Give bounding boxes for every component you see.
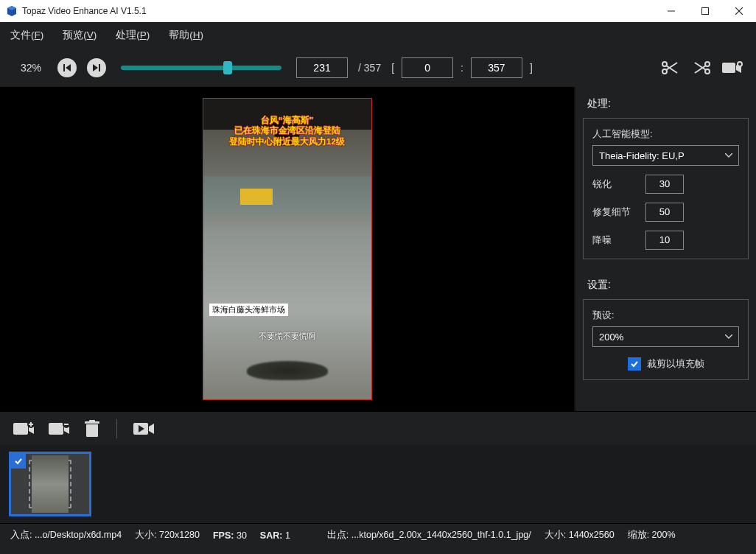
chevron-down-icon: [725, 153, 732, 158]
crop-label: 裁剪以填充帧: [647, 357, 704, 371]
status-fps: FPS: 30: [213, 530, 247, 541]
bracket-open: [: [391, 62, 394, 74]
titlebar: Topaz Video Enhance AI V1.5.1: [0, 0, 756, 22]
status-inpoint: 入点: ...o/Desktop/x6d.mp4: [10, 529, 122, 541]
thumbnail-checkbox[interactable]: [11, 454, 26, 469]
preset-select[interactable]: 200%: [592, 326, 739, 347]
svg-rect-19: [13, 423, 28, 435]
preset-label: 预设:: [592, 309, 739, 322]
thumbnail-strip: [0, 445, 756, 523]
video-subtitle: 不要慌不要慌啊: [203, 331, 371, 342]
app-body: 文件(F) 预览(V) 处理(P) 帮助(H) 32% 231 / 357 [ …: [0, 22, 756, 554]
remove-video-icon[interactable]: [49, 421, 71, 437]
svg-rect-4: [63, 64, 65, 71]
cut-start-icon[interactable]: [660, 59, 681, 77]
out-point-input[interactable]: 357: [471, 57, 522, 78]
ai-model-label: 人工智能模型:: [592, 127, 739, 141]
status-bar: 入点: ...o/Desktop/x6d.mp4 大小: 720x1280 FP…: [0, 523, 756, 547]
svg-rect-24: [49, 423, 63, 435]
sharpen-input[interactable]: 30: [645, 175, 684, 194]
status-outpoint: 出点: ...ktop/x6d_2.00x_1440x2560_thf-1.0.…: [327, 529, 531, 541]
file-action-bar: [0, 411, 756, 445]
preview-area[interactable]: 台风“海高斯” 已在珠海市金湾区沿海登陆 登陆时中心附近最大风力12级 珠海白藤…: [0, 87, 574, 411]
seek-slider[interactable]: [121, 66, 281, 70]
svg-rect-16: [722, 63, 735, 73]
video-frame: 台风“海高斯” 已在珠海市金湾区沿海登陆 登陆时中心附近最大风力12级 珠海白藤…: [203, 98, 372, 400]
middle-area: 台风“海高斯” 已在珠海市金湾区沿海登陆 登陆时中心附近最大风力12级 珠海白藤…: [0, 87, 756, 411]
video-location-label: 珠海白藤头海鲜市场: [209, 304, 288, 316]
menu-preview[interactable]: 预览(V): [63, 29, 97, 42]
menu-file[interactable]: 文件(F): [10, 29, 43, 42]
status-size-in: 大小: 720x1280: [135, 529, 200, 541]
check-icon: [630, 360, 639, 368]
seek-thumb[interactable]: [223, 61, 232, 74]
process-video-icon[interactable]: [133, 421, 155, 436]
thumbnail-image: [32, 455, 69, 513]
svg-marker-32: [149, 424, 154, 434]
range-colon: :: [461, 62, 463, 74]
sharpen-label: 锐化: [592, 178, 637, 191]
menu-help[interactable]: 帮助(H): [169, 29, 203, 42]
app-logo-icon: [6, 5, 18, 17]
frame-separator: / 357: [358, 62, 381, 74]
denoise-input[interactable]: 10: [645, 231, 684, 250]
svg-point-18: [738, 62, 742, 66]
zoom-percent: 32%: [21, 62, 41, 74]
window-title: Topaz Video Enhance AI V1.5.1: [22, 6, 147, 16]
window-maximize-button[interactable]: [688, 0, 722, 22]
current-frame-input[interactable]: 231: [296, 57, 348, 78]
crop-checkbox[interactable]: [628, 357, 641, 371]
menu-process[interactable]: 处理(P): [116, 29, 150, 42]
status-size-out: 大小: 1440x2560: [545, 529, 615, 541]
menubar: 文件(F) 预览(V) 处理(P) 帮助(H): [0, 22, 756, 49]
ai-model-select[interactable]: Theia-Fidelity: EU,P: [592, 145, 739, 166]
check-icon: [14, 457, 23, 466]
bracket-close: ]: [530, 62, 533, 74]
in-point-input[interactable]: 0: [402, 57, 453, 78]
processing-box: 人工智能模型: Theia-Fidelity: EU,P 锐化 30 修复细节 …: [583, 118, 749, 259]
svg-rect-28: [86, 424, 98, 437]
restore-label: 修复细节: [592, 206, 637, 219]
settings-title: 设置:: [575, 268, 756, 299]
video-headline: 台风“海高斯” 已在珠海市金湾区沿海登陆 登陆时中心附近最大风力12级: [203, 115, 371, 147]
processing-title: 处理:: [575, 87, 756, 118]
svg-rect-1: [702, 8, 709, 15]
restore-input[interactable]: 50: [645, 203, 684, 222]
chevron-down-icon: [725, 334, 732, 339]
status-sar: SAR: 1: [260, 530, 290, 541]
add-video-icon[interactable]: [13, 421, 35, 437]
prev-frame-button[interactable]: [57, 58, 77, 77]
thumbnail-item[interactable]: [9, 452, 91, 516]
window-close-button[interactable]: [722, 0, 756, 22]
settings-box: 预设: 200% 裁剪以填充帧: [583, 299, 749, 380]
next-frame-button[interactable]: [87, 58, 106, 77]
svg-rect-30: [89, 420, 95, 422]
window-minimize-button[interactable]: [654, 0, 688, 22]
cut-end-icon[interactable]: [691, 59, 712, 77]
svg-marker-7: [93, 64, 98, 71]
trash-icon[interactable]: [84, 420, 100, 438]
divider: [116, 419, 117, 438]
record-icon[interactable]: [722, 59, 743, 77]
svg-marker-5: [66, 64, 71, 71]
status-scale: 缩放: 200%: [628, 529, 676, 541]
side-panel: 处理: 人工智能模型: Theia-Fidelity: EU,P 锐化 30 修…: [574, 87, 756, 411]
svg-rect-6: [99, 64, 100, 71]
denoise-label: 降噪: [592, 234, 637, 247]
toolbar: 32% 231 / 357 [ 0 : 357 ]: [0, 49, 756, 87]
